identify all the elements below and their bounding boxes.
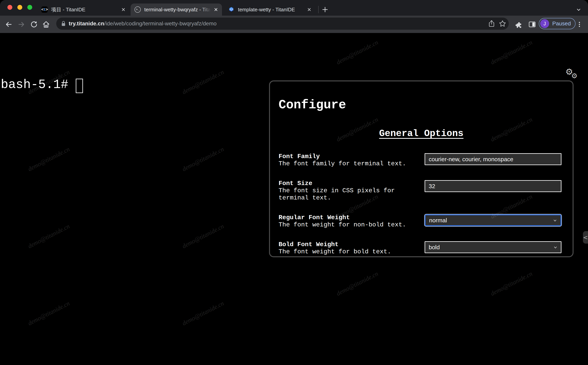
field-label: Font Family — [279, 153, 419, 160]
configure-panel: Configure General Options Font FamilyThe… — [269, 80, 574, 257]
menu-dots-icon[interactable] — [574, 19, 585, 30]
select-value: normal — [429, 217, 447, 224]
general-options-heading: General Options — [270, 129, 573, 138]
url-domain: try.titanide.cn — [69, 21, 104, 27]
watermark-text: demo@titanide.cn — [181, 300, 225, 327]
configure-title: Configure — [279, 99, 573, 111]
extensions-puzzle-icon[interactable] — [513, 19, 524, 30]
tab-terminal-wetty[interactable]: >_ terminal-wetty-bwqryafz - Tita — [131, 4, 222, 16]
fields-container: Font FamilyThe font family for terminal … — [270, 153, 573, 255]
tab-template-wetty[interactable]: </> template-wetty - TitanIDE — [224, 4, 315, 16]
profile-paused-label: Paused — [552, 21, 571, 27]
field-text: Regular Font WeightThe font weight for n… — [279, 214, 425, 228]
watermark-text: demo@titanide.cn — [181, 68, 225, 96]
watermark-text: demo@titanide.cn — [181, 145, 225, 173]
watermark-text: demo@titanide.cn — [27, 223, 71, 250]
field-row: Bold Font WeightThe font weight for bold… — [270, 241, 573, 255]
terminal-prompt: bash-5.1# — [1, 77, 68, 92]
chevron-down-icon — [553, 218, 557, 223]
terminal-screen[interactable]: bash-5.1# ⚙ ⚙ Configure General Options … — [0, 33, 588, 365]
field-text: Font FamilyThe font family for terminal … — [279, 153, 425, 167]
field-control — [425, 180, 561, 192]
terminal-cursor — [76, 79, 83, 93]
watermark-text: demo@titanide.cn — [335, 270, 379, 297]
field-select[interactable]: normal — [425, 214, 561, 226]
field-description: The font family for terminal text. — [279, 160, 419, 167]
share-icon[interactable] — [486, 18, 497, 29]
back-button[interactable] — [3, 19, 14, 30]
titanide-favicon-icon: <t> — [41, 7, 48, 13]
new-tab-button[interactable] — [321, 5, 329, 14]
tab-search-chevron-icon[interactable] — [574, 6, 584, 14]
minimize-window-button[interactable] — [17, 5, 22, 10]
field-control: bold — [425, 241, 561, 253]
field-row: Regular Font WeightThe font weight for n… — [270, 214, 573, 228]
field-row: Font FamilyThe font family for terminal … — [270, 153, 573, 167]
field-description: The font weight for non-bold text. — [279, 221, 419, 228]
address-bar[interactable]: try.titanide.cn/ide/web/coding/terminal-… — [56, 18, 509, 30]
layers-favicon-icon: </> — [228, 7, 234, 13]
watermark-text: demo@titanide.cn — [490, 270, 533, 297]
field-input[interactable] — [425, 153, 561, 165]
tab-divider — [318, 6, 319, 13]
svg-text:</>: </> — [230, 8, 233, 9]
close-window-button[interactable] — [7, 5, 12, 10]
profile-button[interactable]: J Paused — [539, 18, 575, 29]
field-label: Font Size — [279, 180, 419, 187]
field-description: The font weight for bold text. — [279, 248, 419, 255]
close-tab-icon[interactable] — [306, 6, 313, 13]
terminal-favicon-icon: >_ — [134, 7, 141, 13]
field-description: The font size in CSS pixels for terminal… — [279, 187, 419, 201]
select-value: bold — [429, 244, 440, 251]
tab-title: template-wetty - TitanIDE — [238, 7, 304, 13]
close-tab-icon[interactable] — [213, 6, 219, 13]
field-text: Font SizeThe font size in CSS pixels for… — [279, 180, 425, 201]
tab-title: 项目 - TitanIDE — [51, 6, 118, 13]
tab-project[interactable]: <t> 项目 - TitanIDE — [37, 4, 129, 16]
lock-icon[interactable] — [61, 21, 66, 27]
collapse-panel-handle[interactable]: < — [583, 231, 588, 244]
field-control — [425, 153, 561, 165]
browser-toolbar: try.titanide.cn/ide/web/coding/terminal-… — [0, 16, 588, 33]
watermark-text: demo@titanide.cn — [335, 39, 379, 66]
watermark-text: demo@titanide.cn — [27, 145, 71, 173]
field-label: Regular Font Weight — [279, 214, 419, 221]
field-label: Bold Font Weight — [279, 241, 419, 248]
url-path: /ide/web/coding/terminal-wetty-bwqryafz/… — [104, 21, 217, 27]
browser-window: <t> 项目 - TitanIDE >_ terminal-wetty-bwqr… — [0, 0, 588, 365]
gear-icon: ⚙ — [571, 72, 577, 80]
chevron-down-icon — [553, 245, 558, 250]
watermark-text: demo@titanide.cn — [27, 300, 71, 327]
url-text: try.titanide.cn/ide/web/coding/terminal-… — [69, 21, 486, 27]
tab-title: terminal-wetty-bwqryafz - Tita — [144, 7, 211, 13]
field-text: Bold Font WeightThe font weight for bold… — [279, 241, 425, 255]
tab-strip: <t> 项目 - TitanIDE >_ terminal-wetty-bwqr… — [0, 0, 588, 16]
field-select[interactable]: bold — [425, 241, 561, 253]
avatar: J — [540, 19, 549, 28]
home-button[interactable] — [41, 19, 52, 30]
field-control: normal — [425, 214, 561, 226]
field-input[interactable] — [425, 180, 561, 192]
close-tab-icon[interactable] — [120, 6, 127, 13]
watermark-text: demo@titanide.cn — [490, 39, 533, 66]
chevron-left-icon: < — [583, 234, 588, 241]
traffic-lights — [7, 5, 32, 10]
reload-button[interactable] — [28, 19, 39, 30]
side-panel-icon[interactable] — [527, 19, 538, 30]
bookmark-star-icon[interactable] — [497, 18, 508, 29]
watermark-text: demo@titanide.cn — [181, 223, 225, 250]
forward-button[interactable] — [16, 19, 27, 30]
field-row: Font SizeThe font size in CSS pixels for… — [270, 180, 573, 201]
zoom-window-button[interactable] — [27, 5, 32, 10]
